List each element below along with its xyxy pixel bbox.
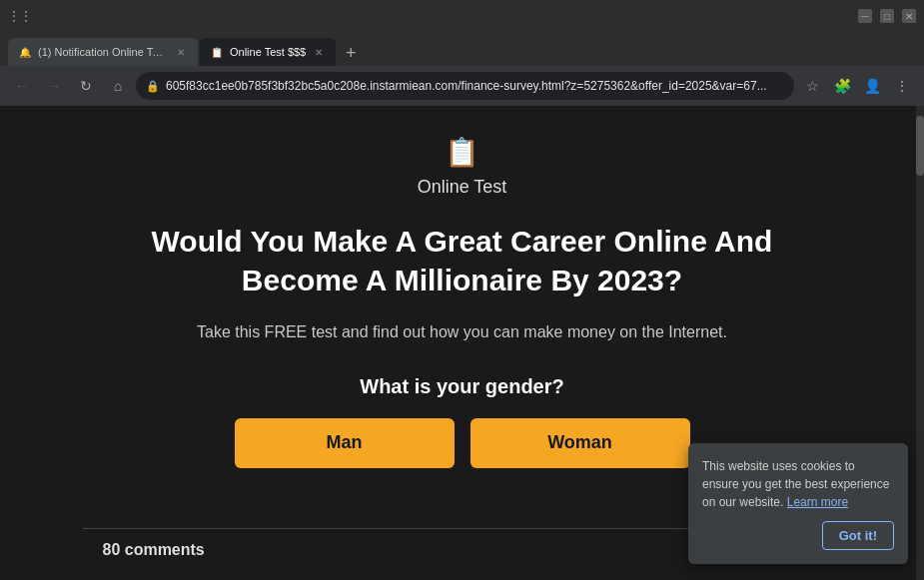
got-it-button[interactable]: Got it! <box>822 521 894 550</box>
back-button[interactable]: ← <box>8 72 36 100</box>
title-bar: ⋮⋮ ─ □ ✕ <box>0 0 924 32</box>
maximize-button[interactable]: □ <box>880 9 894 23</box>
comment-item: 👤 Kelly Stone Is it true? 🤔🤔🤔 <box>103 571 822 580</box>
learn-more-link[interactable]: Learn more <box>787 495 848 509</box>
tabs-bar: 🔔 (1) Notification Online Test $$$ ✕ 📋 O… <box>0 32 924 66</box>
new-tab-button[interactable]: + <box>338 40 364 66</box>
bookmark-button[interactable]: ☆ <box>798 72 826 100</box>
tab-close-1[interactable]: ✕ <box>174 45 188 59</box>
tab-label-2: Online Test $$$ <box>230 46 306 58</box>
tab-online-test[interactable]: 📋 Online Test $$$ ✕ <box>200 38 336 66</box>
lock-icon: 🔒 <box>146 80 160 93</box>
scrollbar-thumb <box>916 116 924 176</box>
menu-button[interactable]: ⋮ <box>888 72 916 100</box>
cookie-banner: This website uses cookies to ensure you … <box>688 443 908 564</box>
address-text: 605f83cc1ee0b785f3bf32bc5a0c208e.instarm… <box>166 79 784 93</box>
subtext: Take this FREE test and find out how you… <box>197 319 727 345</box>
tab-notification[interactable]: 🔔 (1) Notification Online Test $$$ ✕ <box>8 38 198 66</box>
nav-actions: ☆ 🧩 👤 ⋮ <box>798 72 916 100</box>
gender-buttons: Man Woman <box>235 418 690 468</box>
close-button[interactable]: ✕ <box>902 9 916 23</box>
scrollbar[interactable] <box>916 106 924 580</box>
woman-button[interactable]: Woman <box>470 418 690 468</box>
tab-favicon-2: 📋 <box>210 45 224 59</box>
extensions-button[interactable]: 🧩 <box>828 72 856 100</box>
tab-close-2[interactable]: ✕ <box>312 45 326 59</box>
browser-chrome: ⋮⋮ ─ □ ✕ 🔔 (1) Notification Online Test … <box>0 0 924 106</box>
cookie-text: This website uses cookies to ensure you … <box>702 457 894 511</box>
tab-favicon-1: 🔔 <box>18 45 32 59</box>
man-button[interactable]: Man <box>235 418 455 468</box>
address-bar[interactable]: 🔒 605f83cc1ee0b785f3bf32bc5a0c208e.insta… <box>136 72 794 100</box>
tab-label-1: (1) Notification Online Test $$$ <box>38 46 168 58</box>
site-title: Online Test <box>418 177 507 198</box>
comments-count: 80 comments <box>103 541 205 559</box>
headline: Would You Make A Great Career Online And… <box>103 222 822 299</box>
profile-button[interactable]: 👤 <box>858 72 886 100</box>
site-icon: 📋 <box>445 136 479 169</box>
refresh-button[interactable]: ↻ <box>72 72 100 100</box>
nav-bar: ← → ↻ ⌂ 🔒 605f83cc1ee0b785f3bf32bc5a0c20… <box>0 66 924 106</box>
gender-question: What is your gender? <box>360 375 563 398</box>
minimize-button[interactable]: ─ <box>858 9 872 23</box>
extend-icon: ⋮⋮ <box>8 9 32 23</box>
page-content: 📋 Online Test Would You Make A Great Car… <box>0 106 924 580</box>
home-button[interactable]: ⌂ <box>104 72 132 100</box>
forward-button[interactable]: → <box>40 72 68 100</box>
